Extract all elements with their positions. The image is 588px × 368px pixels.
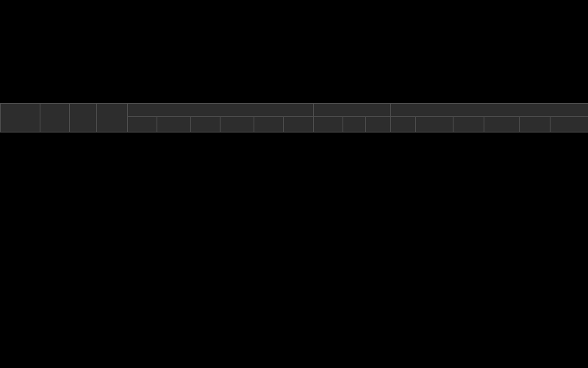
col-header-bid-kl3 xyxy=(157,117,191,132)
col-header-ask-kl2 xyxy=(484,117,520,132)
col-header-bid-g1 xyxy=(254,117,284,132)
index-summary-bar xyxy=(0,0,588,85)
col-header-ceiling xyxy=(70,104,97,132)
col-group-matched xyxy=(314,104,391,117)
col-header-bid-kl1 xyxy=(284,117,314,132)
col-header-ask-g2 xyxy=(453,117,484,132)
col-group-bid xyxy=(128,104,314,117)
col-header-bid-kl2 xyxy=(220,117,254,132)
col-header-ask-g3 xyxy=(520,117,551,132)
col-header-matched-vol xyxy=(343,117,366,132)
col-header-symbol xyxy=(1,104,40,132)
col-header-ask-g1 xyxy=(391,117,416,132)
col-header-ask-kl1 xyxy=(416,117,453,132)
col-group-ask xyxy=(391,104,588,117)
market-tab-bar xyxy=(0,85,588,103)
col-header-bid-g2 xyxy=(191,117,220,132)
price-table xyxy=(0,103,588,132)
col-header-reference xyxy=(40,104,70,132)
col-header-change xyxy=(366,117,391,132)
col-header-ask-kl3 xyxy=(551,117,588,132)
col-header-matched-price xyxy=(314,117,343,132)
stock-price-board xyxy=(0,0,588,368)
col-header-bid-g3 xyxy=(128,117,157,132)
col-header-floor xyxy=(97,104,128,132)
